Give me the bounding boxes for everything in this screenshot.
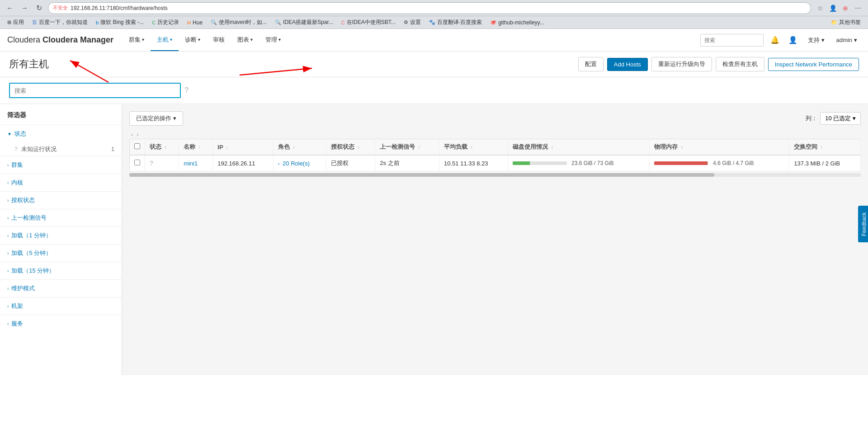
col-ip[interactable]: IP ↕ <box>213 139 273 156</box>
filter-section-status-header[interactable]: ▼ 状态 <box>0 125 122 142</box>
filter-section-load15-header[interactable]: › 加载（15 分钟） <box>0 262 122 279</box>
nav-search-input[interactable] <box>700 34 764 47</box>
col-memory[interactable]: 物理内存 ↕ <box>650 139 789 156</box>
row-select-cell[interactable] <box>130 155 145 171</box>
rerun-wizard-button[interactable]: 重新运行升级向导 <box>651 57 712 71</box>
config-button[interactable]: 配置 <box>578 57 604 71</box>
bookmark-baidu[interactable]: 百 百度一下，你就知道 <box>28 18 91 27</box>
profile-button[interactable]: 👤 <box>827 3 838 14</box>
table-header-row: 状态 ↕ 名称 ↑ IP ↕ <box>130 139 861 156</box>
bookmark-settings[interactable]: ⚙ 设置 <box>400 18 425 27</box>
filter-item-unknown[interactable]: ? 未知运行状况 1 <box>0 142 122 156</box>
roles-link[interactable]: 20 Role(s) <box>283 160 310 167</box>
swap-sort-icon: ↕ <box>821 145 823 150</box>
user-button[interactable]: 👤 <box>786 33 800 47</box>
signal-sort-icon: ↕ <box>418 145 420 150</box>
manage-arrow-icon: ▾ <box>278 37 281 42</box>
status-section-arrow-icon: ▼ <box>7 132 12 137</box>
memory-usage-text: 4.6 GiB / 4.7 GiB <box>713 160 754 166</box>
update-button[interactable]: ⊕ <box>840 3 851 14</box>
maven-icon: 🔍 <box>211 19 217 25</box>
memory-progress-bar <box>654 161 708 165</box>
row-checkbox[interactable] <box>134 160 140 165</box>
brand-logo[interactable]: Cloudera Cloudera Manager <box>7 35 113 45</box>
col-swap[interactable]: 交换空间 ↕ <box>789 139 861 156</box>
refresh-button[interactable]: ↻ <box>33 3 44 14</box>
address-bar[interactable]: 不安全 192.168.26.11:7180/cmf/hardware/host… <box>48 2 811 14</box>
bookmark-maven[interactable]: 🔍 使用maven时，如... <box>207 18 270 27</box>
filter-section-service-header[interactable]: › 服务 <box>0 315 122 332</box>
support-button[interactable]: 支持 ▾ <box>804 33 828 47</box>
nav-charts[interactable]: 图表 ▾ <box>231 29 259 51</box>
host-name-link[interactable]: mini1 <box>184 160 198 167</box>
apps-icon: ⊞ <box>7 19 11 25</box>
filter-section-rack-header[interactable]: › 机架 <box>0 297 122 315</box>
row-name-cell[interactable]: mini1 <box>179 155 213 171</box>
bookmark-bing[interactable]: b 微软 Bing 搜索 -... <box>92 18 147 27</box>
nav-audit[interactable]: 审核 <box>207 29 231 51</box>
row-auth-cell: 已授权 <box>326 155 375 171</box>
search-area: ? <box>0 77 868 104</box>
col-signal[interactable]: 上一检测信号 ↕ <box>375 139 439 156</box>
col-status[interactable]: 状态 ↕ <box>145 139 179 156</box>
search-input[interactable] <box>9 83 181 98</box>
col-roles[interactable]: 角色 ↕ <box>273 139 326 156</box>
column-selector-button[interactable]: 10 已选定 ▾ <box>820 112 861 125</box>
maintenance-section-arrow-icon: › <box>7 286 9 291</box>
nav-hosts[interactable]: 主机 ▾ <box>151 29 179 51</box>
row-roles-cell[interactable]: › 20 Role(s) <box>273 155 326 171</box>
nav-diagnose[interactable]: 诊断 ▾ <box>179 29 207 51</box>
filter-section-kernel-header[interactable]: › 内核 <box>0 174 122 191</box>
nav-manage[interactable]: 管理 ▾ <box>259 29 287 51</box>
bookmark-github[interactable]: 🐙 github-michelleyy... <box>486 19 548 27</box>
check-all-hosts-button[interactable]: 检查所有主机 <box>716 57 764 71</box>
row-status-cell: ? <box>145 155 179 171</box>
settings-icon: ⚙ <box>404 19 408 25</box>
role-expand-icon: › <box>278 161 280 166</box>
horizontal-scrollbar[interactable] <box>129 173 861 177</box>
load5-section-arrow-icon: › <box>7 251 9 256</box>
rack-section-arrow-icon: › <box>7 304 9 309</box>
filter-section-maintenance-header[interactable]: › 维护模式 <box>0 280 122 297</box>
ip-sort-icon: ↕ <box>226 145 228 150</box>
feedback-tab[interactable]: Feedback <box>859 206 868 242</box>
back-button[interactable]: ← <box>5 3 15 14</box>
filter-section-load1-header[interactable]: › 加载（1 分钟） <box>0 227 122 244</box>
bookmark-idea-spark[interactable]: 🔍 IDEA搭建最新Spar... <box>271 18 337 27</box>
select-all-checkbox[interactable] <box>134 143 140 149</box>
bookmark-star-button[interactable]: ☆ <box>815 3 826 14</box>
col-name[interactable]: 名称 ↑ <box>179 139 213 156</box>
kernel-section-arrow-icon: › <box>7 180 9 185</box>
extensions-button[interactable]: ⋯ <box>853 3 863 14</box>
bookmark-hue[interactable]: H Hue <box>184 19 206 27</box>
admin-button[interactable]: admin ▾ <box>833 33 861 47</box>
scroll-right-icon[interactable]: › <box>135 131 140 138</box>
nav-cluster[interactable]: 群集 ▾ <box>123 29 151 51</box>
scroll-thumb[interactable] <box>129 173 714 177</box>
bookmark-history[interactable]: C 历史记录 <box>148 18 183 27</box>
bookmark-idea-sbt[interactable]: C 在IDEA中使用SBT... <box>338 18 399 27</box>
bookmark-apps[interactable]: ⊞ 应用 <box>4 18 28 27</box>
forward-button[interactable]: → <box>19 3 30 14</box>
col-auth[interactable]: 授权状态 ↕ <box>326 139 375 156</box>
notifications-button[interactable]: 🔔 <box>768 33 782 47</box>
column-selector: 列： 10 已选定 ▾ <box>806 112 861 125</box>
bookmark-other[interactable]: 📁 其他书签 <box>827 18 864 27</box>
filter-section-load5-header[interactable]: › 加载（5 分钟） <box>0 245 122 262</box>
select-all-header[interactable] <box>130 139 145 156</box>
scroll-left-icon[interactable]: ‹ <box>129 131 135 138</box>
search-help-icon[interactable]: ? <box>184 86 189 94</box>
add-hosts-button[interactable]: Add Hosts <box>607 58 648 71</box>
col-load[interactable]: 平均负载 ↕ <box>439 139 508 156</box>
auth-sort-icon: ↕ <box>357 145 359 150</box>
disk-progress-bar <box>513 161 567 165</box>
inspect-network-button[interactable]: Inspect Network Performance <box>768 58 859 71</box>
filter-section-auth-header[interactable]: › 授权状态 <box>0 192 122 209</box>
selected-actions-button[interactable]: 已选定的操作 ▾ <box>129 111 183 126</box>
table-scroll-container[interactable]: ‹ › 状态 ↕ <box>129 131 861 179</box>
col-disk[interactable]: 磁盘使用情况 ↕ <box>508 139 650 156</box>
filter-section-cluster-header[interactable]: › 群集 <box>0 156 122 174</box>
filter-section-signal-header[interactable]: › 上一检测信号 <box>0 209 122 226</box>
bookmark-translate[interactable]: 🐾 百度翻译·百度搜索 <box>425 18 486 27</box>
main-content: 筛选器 ▼ 状态 ? 未知运行状况 1 › <box>0 104 868 375</box>
